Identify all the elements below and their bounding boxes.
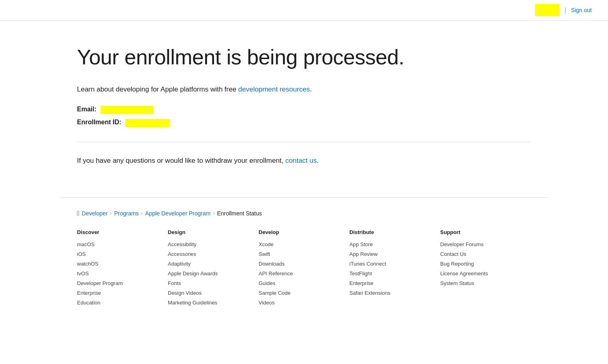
enrollment-id-value-redacted bbox=[125, 119, 170, 127]
footer-link-fonts[interactable]: Fonts bbox=[168, 280, 181, 286]
divider: | bbox=[564, 6, 566, 14]
list-item: iOS bbox=[77, 251, 168, 257]
list-item: iTunes Connect bbox=[349, 260, 440, 267]
footer-link-enterprise[interactable]: Enterprise bbox=[349, 280, 373, 286]
content-divider bbox=[77, 142, 531, 142]
list-item: Safari Extensions bbox=[349, 289, 440, 296]
list-item: Xcode bbox=[259, 241, 349, 247]
list-item: Guides bbox=[259, 280, 349, 286]
footer-link-accessibility[interactable]: Accessibility bbox=[168, 241, 197, 247]
subtitle: Learn about developing for Apple platfor… bbox=[77, 85, 531, 94]
footer-col-distribute: DistributeApp StoreApp ReviewiTunes Conn… bbox=[349, 229, 440, 309]
list-item: Contact Us bbox=[440, 251, 531, 257]
list-item: License Agreements bbox=[440, 270, 531, 277]
footer-columns: DiscovermacOSiOSwatchOStvOSDeveloper Pro… bbox=[77, 229, 531, 309]
footer-link-swift[interactable]: Swift bbox=[259, 251, 270, 257]
footer-col-title-2: Develop bbox=[259, 229, 349, 235]
footer-col-support: SupportDeveloper ForumsContact UsBug Rep… bbox=[440, 229, 531, 309]
breadcrumb-apple-developer-program[interactable]: Apple Developer Program bbox=[145, 210, 210, 217]
list-item: TestFlight bbox=[349, 270, 440, 277]
list-item: Downloads bbox=[259, 260, 349, 267]
main-content: Your enrollment is being processed. Lear… bbox=[61, 21, 547, 197]
footer-col-title-1: Design bbox=[168, 229, 259, 235]
footer-link-contact-us[interactable]: Contact Us bbox=[440, 251, 466, 257]
footer-col-discover: DiscovermacOSiOSwatchOStvOSDeveloper Pro… bbox=[77, 229, 168, 309]
footer-link-itunes-connect[interactable]: iTunes Connect bbox=[349, 261, 386, 267]
enrollment-id-label: Enrollment ID: bbox=[77, 119, 121, 126]
footer-link-api-reference[interactable]: API Reference bbox=[259, 270, 293, 277]
user-info-redacted bbox=[535, 4, 559, 16]
list-item: tvOS bbox=[77, 270, 168, 277]
list-item: Bug Reporting bbox=[440, 260, 531, 267]
email-block: Email: bbox=[77, 106, 531, 114]
list-item: watchOS bbox=[77, 260, 168, 267]
footer-col-design: DesignAccessibilityAccessoriesAdaptivity… bbox=[168, 229, 259, 309]
sign-out-link[interactable]: Sign out bbox=[571, 7, 592, 13]
breadcrumb-enrollment-status: Enrollment Status bbox=[217, 210, 262, 217]
footer-link-bug-reporting[interactable]: Bug Reporting bbox=[440, 261, 474, 267]
list-item: Swift bbox=[259, 251, 349, 257]
list-item: Developer Program bbox=[77, 280, 168, 286]
list-item: Sample Code bbox=[259, 289, 349, 296]
footer-section:  Developer › Programs › Apple Developer… bbox=[61, 197, 547, 325]
list-item: Apple Design Awards bbox=[168, 270, 259, 277]
footer-link-guides[interactable]: Guides bbox=[259, 280, 275, 286]
list-item: App Review bbox=[349, 251, 440, 257]
list-item: Marketing Guidelines bbox=[168, 299, 259, 306]
development-resources-link[interactable]: development resources bbox=[238, 85, 310, 93]
footer-col-title-3: Distribute bbox=[349, 229, 440, 235]
footer-col-title-0: Discover bbox=[77, 229, 168, 235]
footer-col-title-4: Support bbox=[440, 229, 531, 235]
contact-us-link[interactable]: contact us bbox=[285, 157, 317, 164]
list-item: Fonts bbox=[168, 280, 259, 286]
footer-link-education[interactable]: Education bbox=[77, 300, 101, 306]
email-label: Email: bbox=[77, 106, 96, 113]
footer-link-safari-extensions[interactable]: Safari Extensions bbox=[349, 290, 390, 296]
footer-link-design-videos[interactable]: Design Videos bbox=[168, 290, 202, 296]
list-item: Accessories bbox=[168, 251, 259, 257]
footer-link-enterprise[interactable]: Enterprise bbox=[77, 290, 101, 296]
footer-link-marketing-guidelines[interactable]: Marketing Guidelines bbox=[168, 300, 217, 306]
footer-link-license-agreements[interactable]: License Agreements bbox=[440, 270, 488, 277]
list-item: macOS bbox=[77, 241, 168, 247]
withdraw-text-after: . bbox=[317, 157, 319, 164]
breadcrumb-developer[interactable]: Developer bbox=[82, 210, 108, 217]
footer-link-videos[interactable]: Videos bbox=[259, 300, 275, 306]
list-item: App Store bbox=[349, 241, 440, 247]
footer-col-develop: DevelopXcodeSwiftDownloadsAPI ReferenceG… bbox=[259, 229, 349, 309]
page-title: Your enrollment is being processed. bbox=[77, 45, 531, 69]
footer-link-accessories[interactable]: Accessories bbox=[168, 251, 196, 257]
list-item: Adaptivity bbox=[168, 260, 259, 267]
footer-link-watchos[interactable]: watchOS bbox=[77, 261, 98, 267]
list-item: Developer Forums bbox=[440, 241, 531, 247]
email-value-redacted bbox=[101, 106, 153, 114]
footer-link-macos[interactable]: macOS bbox=[77, 241, 94, 247]
footer-link-system-status[interactable]: System Status bbox=[440, 280, 474, 286]
withdraw-text: If you have any questions or would like … bbox=[77, 157, 531, 165]
footer-link-testflight[interactable]: TestFlight bbox=[349, 270, 372, 277]
footer-link-ios[interactable]: iOS bbox=[77, 251, 86, 257]
footer-link-adaptivity[interactable]: Adaptivity bbox=[168, 261, 191, 267]
footer-link-app-store[interactable]: App Store bbox=[349, 241, 373, 247]
list-item: Accessibility bbox=[168, 241, 259, 247]
apple-logo-icon:  bbox=[77, 210, 79, 217]
footer-link-xcode[interactable]: Xcode bbox=[259, 241, 274, 247]
list-item: API Reference bbox=[259, 270, 349, 277]
footer-link-apple-design-awards[interactable]: Apple Design Awards bbox=[168, 270, 218, 277]
footer-link-developer-program[interactable]: Developer Program bbox=[77, 280, 123, 286]
footer-link-tvos[interactable]: tvOS bbox=[77, 270, 89, 277]
list-item: Enterprise bbox=[349, 280, 440, 286]
list-item: Enterprise bbox=[77, 289, 168, 296]
list-item: System Status bbox=[440, 280, 531, 286]
list-item: Design Videos bbox=[168, 289, 259, 296]
subtitle-text-after: . bbox=[310, 85, 312, 93]
list-item: Videos bbox=[259, 299, 349, 306]
footer-link-downloads[interactable]: Downloads bbox=[259, 261, 285, 267]
footer-link-sample-code[interactable]: Sample Code bbox=[259, 290, 291, 296]
breadcrumb-chevron-3: › bbox=[213, 211, 214, 216]
breadcrumb-programs[interactable]: Programs bbox=[114, 210, 139, 217]
footer-link-app-review[interactable]: App Review bbox=[349, 251, 377, 257]
list-item: Education bbox=[77, 299, 168, 306]
withdraw-text-before: If you have any questions or would like … bbox=[77, 157, 285, 164]
footer-link-developer-forums[interactable]: Developer Forums bbox=[440, 241, 484, 247]
